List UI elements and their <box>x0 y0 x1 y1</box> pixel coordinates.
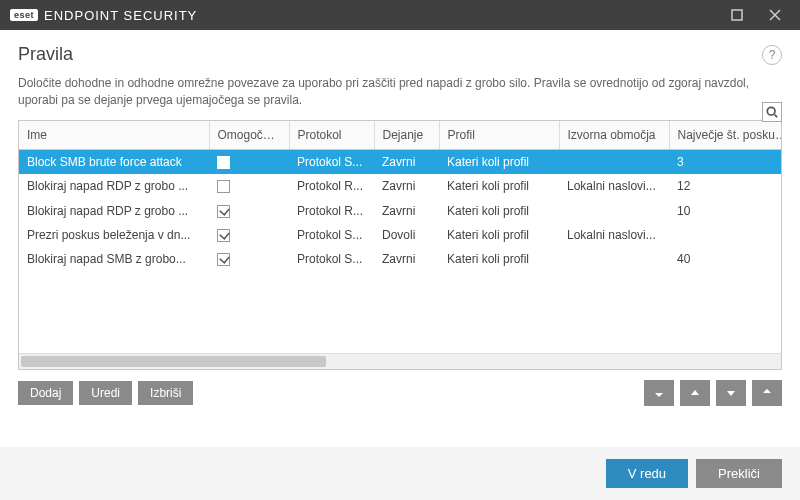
page-header: Pravila ? <box>0 30 800 75</box>
table-row[interactable]: Blokiraj napad SMB z grobo...Protokol S.… <box>19 247 781 271</box>
page-title: Pravila <box>18 44 73 65</box>
cell-max: 3 <box>669 150 781 174</box>
move-down-button[interactable] <box>716 380 746 406</box>
add-button[interactable]: Dodaj <box>18 381 73 405</box>
move-bottom-button[interactable] <box>752 380 782 406</box>
cell-action: Zavrni <box>374 150 439 174</box>
brand-logo: eset <box>10 9 38 21</box>
col-source[interactable]: Izvorna območja <box>559 121 669 150</box>
horizontal-scrollbar[interactable] <box>19 353 781 369</box>
svg-line-4 <box>775 114 778 117</box>
help-button[interactable]: ? <box>762 45 782 65</box>
cell-name: Block SMB brute force attack <box>19 150 209 174</box>
cell-name: Blokiraj napad RDP z grobo ... <box>19 174 209 198</box>
col-max[interactable]: Največje št. poskusov <box>669 121 782 150</box>
cell-max: 40 <box>669 247 781 271</box>
table-row[interactable]: Blokiraj napad RDP z grobo ...Protokol R… <box>19 174 781 198</box>
cell-protocol: Protokol S... <box>289 223 374 247</box>
cell-action: Zavrni <box>374 198 439 222</box>
cell-protocol: Protokol R... <box>289 174 374 198</box>
titlebar: eset ENDPOINT SECURITY <box>0 0 800 30</box>
cell-name: Blokiraj napad SMB z grobo... <box>19 247 209 271</box>
cell-source <box>559 198 669 222</box>
enabled-checkbox[interactable] <box>217 205 230 218</box>
cell-source <box>559 247 669 271</box>
move-top-button[interactable] <box>644 380 674 406</box>
cell-profile: Kateri koli profil <box>439 198 559 222</box>
cell-max: 12 <box>669 174 781 198</box>
svg-point-3 <box>767 107 775 115</box>
table-row[interactable]: Block SMB brute force attackProtokol S..… <box>19 150 781 174</box>
delete-button[interactable]: Izbriši <box>138 381 193 405</box>
cell-protocol: Protokol S... <box>289 150 374 174</box>
cell-source: Lokalni naslovi... <box>559 174 669 198</box>
table-row[interactable]: Blokiraj napad RDP z grobo ...Protokol R… <box>19 198 781 222</box>
cell-profile: Kateri koli profil <box>439 247 559 271</box>
enabled-checkbox[interactable] <box>217 253 230 266</box>
action-row: Dodaj Uredi Izbriši <box>0 370 800 416</box>
description-text: Določite dohodne in odhodne omrežne pove… <box>18 76 749 107</box>
cell-name: Prezri poskus beleženja v dn... <box>19 223 209 247</box>
enabled-checkbox[interactable] <box>217 180 230 193</box>
col-action[interactable]: Dejanje <box>374 121 439 150</box>
move-up-button[interactable] <box>680 380 710 406</box>
enabled-checkbox[interactable] <box>217 229 230 242</box>
search-button[interactable] <box>762 102 782 122</box>
cell-profile: Kateri koli profil <box>439 174 559 198</box>
table-header-row: Ime Omogočeno Protokol Dejanje Profil Iz… <box>19 121 782 150</box>
table-row[interactable]: Prezri poskus beleženja v dn...Protokol … <box>19 223 781 247</box>
cell-max <box>669 223 781 247</box>
ok-button[interactable]: V redu <box>606 459 688 488</box>
cell-action: Zavrni <box>374 174 439 198</box>
cell-source <box>559 150 669 174</box>
col-name[interactable]: Ime <box>19 121 209 150</box>
cell-protocol: Protokol R... <box>289 198 374 222</box>
cell-profile: Kateri koli profil <box>439 223 559 247</box>
page-description: Določite dohodne in odhodne omrežne pove… <box>0 75 800 120</box>
enabled-checkbox[interactable] <box>217 156 230 169</box>
rules-table: Ime Omogočeno Protokol Dejanje Profil Iz… <box>18 120 782 370</box>
cell-action: Zavrni <box>374 247 439 271</box>
cell-enabled[interactable] <box>209 198 289 222</box>
svg-rect-0 <box>732 10 742 20</box>
cell-enabled[interactable] <box>209 223 289 247</box>
brand-text: ENDPOINT SECURITY <box>44 8 197 23</box>
cell-action: Dovoli <box>374 223 439 247</box>
cell-name: Blokiraj napad RDP z grobo ... <box>19 198 209 222</box>
col-profile[interactable]: Profil <box>439 121 559 150</box>
cell-enabled[interactable] <box>209 174 289 198</box>
col-enabled[interactable]: Omogočeno <box>209 121 289 150</box>
dialog-footer: V redu Prekliči <box>0 447 800 500</box>
cell-enabled[interactable] <box>209 247 289 271</box>
edit-button[interactable]: Uredi <box>79 381 132 405</box>
cell-enabled[interactable] <box>209 150 289 174</box>
cell-max: 10 <box>669 198 781 222</box>
close-button[interactable] <box>756 0 794 30</box>
cell-protocol: Protokol S... <box>289 247 374 271</box>
cell-source: Lokalni naslovi... <box>559 223 669 247</box>
cell-profile: Kateri koli profil <box>439 150 559 174</box>
col-protocol[interactable]: Protokol <box>289 121 374 150</box>
cancel-button[interactable]: Prekliči <box>696 459 782 488</box>
minimize-button[interactable] <box>718 0 756 30</box>
